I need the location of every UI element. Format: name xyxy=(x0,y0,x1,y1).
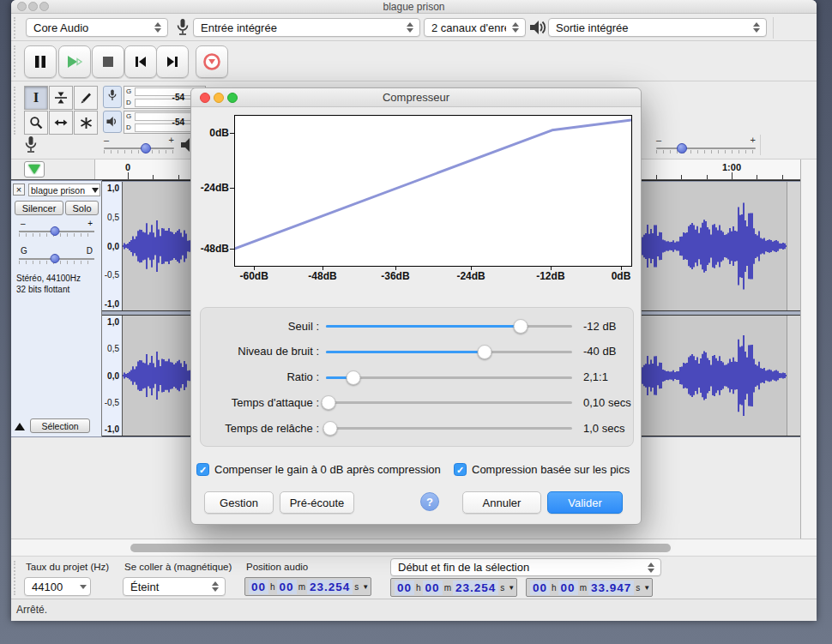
track-title-menu[interactable]: blague prison xyxy=(28,184,100,196)
slider-knob[interactable] xyxy=(513,319,528,334)
timeline-tick xyxy=(153,175,154,179)
ratio-slider[interactable] xyxy=(326,370,572,385)
audio-position-field[interactable]: 00h 00m 23.254s ▼ xyxy=(244,577,371,596)
cancel-button[interactable]: Annuler xyxy=(462,491,541,514)
timeline-label: 1:00 xyxy=(722,162,741,172)
snap-to-label: Se coller à (magnétique) xyxy=(124,562,232,572)
graph-x-label: -12dB xyxy=(527,270,575,282)
dropdown-arrow-icon[interactable]: ▼ xyxy=(362,583,369,591)
play-button[interactable] xyxy=(58,45,91,78)
envelope-tool-button[interactable] xyxy=(49,86,73,110)
noise-floor-slider[interactable] xyxy=(326,344,572,359)
timeshift-tool-button[interactable] xyxy=(49,111,73,135)
slider-knob[interactable] xyxy=(346,370,360,385)
envelope-icon xyxy=(54,91,68,105)
selection-mode-dropdown[interactable]: Début et fin de la sélection xyxy=(390,558,661,576)
selection-start-field[interactable]: 00h 00m 23.254s ▼ xyxy=(390,578,517,597)
slider-knob[interactable] xyxy=(141,143,151,153)
record-channels-dropdown[interactable]: 2 canaux d'enregist... xyxy=(424,18,526,37)
graph-x-label: -60dB xyxy=(230,270,278,282)
attack-time-slider[interactable] xyxy=(326,394,572,410)
horizontal-scrollbar[interactable] xyxy=(11,539,817,556)
record-meter-button[interactable] xyxy=(103,86,122,108)
pause-icon xyxy=(33,55,47,69)
track-control-panel[interactable]: × blague prison Silencer Solo – + G D St… xyxy=(11,181,102,436)
slider-knob[interactable] xyxy=(51,254,60,263)
noise-floor-slider-row: Niveau de bruit : -40 dB xyxy=(201,340,633,364)
compression-graph: 0dB-24dB-48dB-60dB-48dB-36dB-24dB-12dB0d… xyxy=(191,107,642,292)
vertical-scale-ruler[interactable]: 1,0 0,5 0,0 -0,5 -1,0 xyxy=(102,316,123,436)
meter-scale-label: -54 xyxy=(172,93,184,102)
toolbar-separator xyxy=(773,17,775,39)
window-titlebar[interactable]: blague prison xyxy=(11,0,817,14)
threshold-slider-row: Seuil : -12 dB xyxy=(201,314,633,338)
toolbar-grip[interactable] xyxy=(14,561,16,595)
timeline-tick xyxy=(757,175,757,179)
play-icon xyxy=(66,55,83,69)
axis-tick xyxy=(230,133,234,134)
audio-host-dropdown[interactable]: Core Audio xyxy=(26,18,168,37)
output-volume-slider[interactable]: – + xyxy=(656,135,756,157)
slider-knob[interactable] xyxy=(323,421,338,436)
stop-button[interactable] xyxy=(92,45,124,78)
collapse-track-button[interactable] xyxy=(13,419,27,433)
draw-tool-button[interactable] xyxy=(74,86,98,110)
timeline-tick xyxy=(782,175,783,179)
snap-to-dropdown[interactable]: Éteint xyxy=(123,577,226,596)
input-device-dropdown[interactable]: Entrée intégrée xyxy=(193,18,420,37)
makeup-gain-checkbox[interactable]: ✓ xyxy=(196,463,209,476)
peak-compression-checkbox[interactable]: ✓ xyxy=(454,463,467,476)
vertical-scale-ruler[interactable]: 1,0 0,5 0,0 -0,5 -1,0 xyxy=(102,182,123,310)
zoom-tool-button[interactable] xyxy=(24,111,48,135)
slider-knob[interactable] xyxy=(677,143,687,153)
dialog-title: Compresseur xyxy=(191,91,641,104)
timeline-tick xyxy=(732,172,733,179)
multi-tool-button[interactable] xyxy=(74,111,98,135)
project-rate-combo[interactable]: 44100 xyxy=(24,577,91,596)
play-meter-button[interactable] xyxy=(103,111,122,133)
toolbar-grip[interactable] xyxy=(14,17,16,39)
output-device-dropdown[interactable]: Sortie intégrée xyxy=(548,18,767,37)
close-track-button[interactable]: × xyxy=(13,184,25,196)
slider-knob[interactable] xyxy=(478,345,492,359)
pause-button[interactable] xyxy=(24,45,57,78)
meter-channel-label: G xyxy=(126,112,131,120)
dropdown-arrow-icon[interactable]: ▼ xyxy=(643,584,650,592)
skip-to-end-button[interactable] xyxy=(156,45,189,78)
updown-arrows-icon xyxy=(404,22,416,33)
mute-button[interactable]: Silencer xyxy=(15,201,63,215)
post-clip-area[interactable] xyxy=(787,316,800,436)
toolbar-grip[interactable] xyxy=(14,45,16,77)
selection-end-field[interactable]: 00h 00m 33.947s ▼ xyxy=(526,578,653,597)
selection-tool-button[interactable]: I xyxy=(24,86,48,110)
slider-knob[interactable] xyxy=(322,395,336,410)
manage-button[interactable]: Gestion xyxy=(204,491,274,514)
timeline-tick xyxy=(656,175,657,179)
device-toolbar: Core Audio Entrée intégrée 2 canaux d'en… xyxy=(11,15,817,41)
updown-arrows-icon xyxy=(509,22,522,33)
slider-knob[interactable] xyxy=(51,226,60,236)
release-time-slider[interactable] xyxy=(326,420,572,436)
toolbar-grip[interactable] xyxy=(14,87,16,135)
skip-to-start-button[interactable] xyxy=(124,45,157,78)
record-button[interactable] xyxy=(196,45,228,78)
track-select-button[interactable]: Sélection xyxy=(30,418,90,433)
threshold-slider[interactable] xyxy=(326,318,572,334)
axis-tick xyxy=(254,267,255,270)
input-volume-slider[interactable]: – + xyxy=(104,135,174,157)
ok-button[interactable]: Valider xyxy=(547,491,623,514)
help-button[interactable]: ? xyxy=(420,492,439,511)
vertical-scrollbar[interactable] xyxy=(800,159,817,539)
solo-button[interactable]: Solo xyxy=(65,201,99,215)
compressor-sliders-panel: Seuil : -12 dB Niveau de bruit : -40 dB … xyxy=(200,307,634,447)
dialog-titlebar[interactable]: Compresseur xyxy=(191,88,641,107)
axis-tick xyxy=(621,267,622,270)
post-clip-area[interactable] xyxy=(787,182,800,310)
pan-slider[interactable]: G D xyxy=(19,246,94,268)
gain-slider[interactable]: – + xyxy=(19,219,94,241)
graph-y-label: -48dB xyxy=(191,243,229,255)
scrollbar-handle[interactable] xyxy=(130,544,671,552)
preview-button[interactable]: Pré-écoute xyxy=(280,491,354,514)
dropdown-arrow-icon[interactable]: ▼ xyxy=(508,584,515,592)
timeline-options-button[interactable] xyxy=(24,161,45,178)
